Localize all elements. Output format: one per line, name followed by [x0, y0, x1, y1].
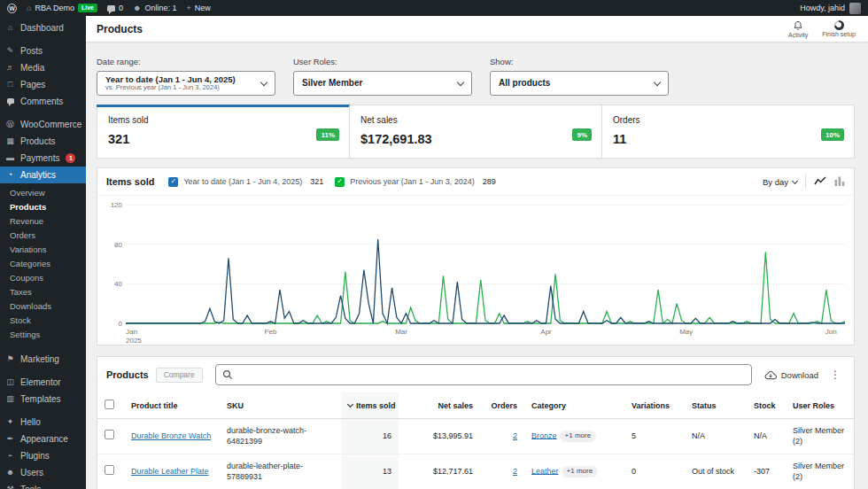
sidebar-item-hello[interactable]: ✦Hello — [0, 414, 86, 431]
sidebar-label: Elementor — [20, 377, 61, 387]
finish-setup-button[interactable]: Finish setup — [822, 20, 856, 38]
col-orders[interactable]: Orders — [480, 392, 524, 419]
show-select[interactable]: All products — [490, 71, 669, 96]
sidebar-item-templates[interactable]: ▥Templates — [0, 391, 86, 408]
bar-chart-toggle[interactable] — [834, 174, 845, 190]
sidebar-item-analytics-variations[interactable]: Variations — [0, 242, 86, 256]
table-search[interactable] — [215, 364, 752, 385]
sidebar-item-dashboard[interactable]: ⌂Dashboard — [0, 19, 86, 36]
col-user-roles[interactable]: User Roles — [786, 392, 854, 419]
sidebar-item-analytics-revenue[interactable]: Revenue — [0, 213, 86, 228]
sidebar-item-plugins[interactable]: ⌁Plugins — [0, 447, 86, 464]
stat-items-sold[interactable]: Items sold 321 11% — [97, 105, 349, 158]
sidebar-label: Comments — [20, 97, 63, 106]
cloud-download-icon — [764, 370, 777, 380]
row-checkbox[interactable] — [105, 465, 114, 475]
col-variations[interactable]: Variations — [624, 392, 685, 419]
woocommerce-icon: Ⓦ — [5, 120, 15, 129]
sidebar-item-woocommerce[interactable]: ⓌWooCommerce — [0, 116, 86, 133]
sidebar-label: Hello — [20, 417, 41, 427]
col-sku[interactable]: SKU — [220, 392, 341, 419]
date-range-select[interactable]: Year to date (Jan 1 - Jun 4, 2025) vs. P… — [97, 71, 275, 96]
sidebar-item-tools[interactable]: ⚒Tools — [0, 481, 86, 489]
stat-net-sales[interactable]: Net sales $172,691.83 9% — [349, 105, 601, 158]
online-users[interactable]: ☻ Online: 1 — [133, 4, 177, 12]
sidebar-item-analytics-taxes[interactable]: Taxes — [0, 284, 86, 299]
col-category[interactable]: Category — [524, 392, 624, 419]
legend-item-previous[interactable]: Previous year (Jan 1 - Jun 3, 2024) 289 — [335, 177, 496, 187]
activity-button[interactable]: Activity — [788, 20, 808, 38]
sidebar-item-analytics-products[interactable]: Products — [0, 199, 86, 213]
chart-plot — [126, 203, 845, 325]
sidebar-item-pages[interactable]: □Pages — [0, 76, 86, 93]
sidebar-item-media[interactable]: ♬Media — [0, 59, 86, 76]
chart-title: Items sold — [106, 176, 154, 187]
stat-value: 11 — [613, 132, 843, 146]
chart-header: Items sold Year to date (Jan 1 - Jun 4, … — [97, 168, 854, 196]
orders-link[interactable]: 2 — [513, 431, 517, 440]
sidebar-item-analytics-overview[interactable]: Overview — [0, 185, 86, 199]
category-link[interactable]: Bronze — [531, 431, 557, 439]
stat-orders[interactable]: Orders 11 10% — [601, 105, 854, 158]
sidebar-label: Products — [20, 136, 55, 146]
download-button[interactable]: Download — [764, 370, 818, 380]
show-label: Show: — [490, 57, 669, 66]
search-input[interactable] — [237, 370, 745, 380]
user-avatar[interactable] — [849, 3, 861, 14]
sidebar-item-appearance[interactable]: ✒Appearance — [0, 431, 86, 447]
sidebar-item-analytics-coupons[interactable]: Coupons — [0, 270, 86, 284]
bar-chart-icon — [834, 176, 845, 186]
sidebar-item-users[interactable]: ☻Users — [0, 464, 86, 481]
products-table: Product title SKU Items sold Net sales O… — [97, 392, 854, 489]
comments-shortcut[interactable]: 0 — [107, 4, 123, 12]
orders-link[interactable]: 2 — [513, 467, 517, 476]
legend-checkbox-current[interactable] — [168, 177, 178, 187]
legend-item-current[interactable]: Year to date (Jan 1 - Jun 4, 2025) 321 — [168, 177, 323, 187]
posts-icon: ✎ — [5, 47, 15, 56]
sidebar-item-analytics-stock[interactable]: Stock — [0, 313, 86, 327]
status-cell: N/A — [685, 419, 747, 454]
col-items-sold-sorted[interactable]: Items sold — [341, 392, 399, 419]
sidebar-item-posts[interactable]: ✎Posts — [0, 43, 86, 59]
new-content-menu[interactable]: + New — [187, 4, 211, 12]
admin-bar: W ⌂ RBA Demo Live 0 ☻ Online: 1 + New Ho… — [0, 0, 868, 16]
legend-checkbox-previous[interactable] — [335, 177, 345, 187]
user-roles-select[interactable]: Silver Member — [293, 71, 472, 96]
col-status[interactable]: Status — [685, 392, 747, 419]
select-all-checkbox[interactable] — [105, 400, 114, 409]
product-title-link[interactable]: Durable Bronze Watch — [131, 431, 211, 440]
sidebar-item-products[interactable]: ▦Products — [0, 133, 86, 150]
col-product-title[interactable]: Product title — [124, 392, 220, 419]
sidebar-item-analytics[interactable]: ◔Analytics — [0, 167, 86, 183]
compare-button[interactable]: Compare — [156, 368, 203, 383]
sidebar-item-analytics-orders[interactable]: Orders — [0, 228, 86, 242]
kebab-menu[interactable]: ⋮ — [825, 369, 845, 381]
category-more-pill[interactable]: +1 more — [562, 466, 599, 477]
col-stock[interactable]: Stock — [747, 392, 786, 419]
wordpress-menu[interactable]: W — [7, 4, 17, 13]
items-sold-cell: 16 — [341, 419, 399, 454]
interval-select[interactable]: By day — [763, 177, 797, 187]
sidebar-label: Analytics — [20, 170, 56, 180]
legend-value: 289 — [483, 177, 496, 186]
sidebar-item-payments[interactable]: ▬Payments1 — [0, 150, 86, 167]
line-chart-toggle[interactable] — [814, 174, 826, 190]
row-checkbox[interactable] — [105, 430, 114, 439]
col-net-sales[interactable]: Net sales — [399, 392, 480, 419]
product-title-link[interactable]: Durable Leather Plate — [131, 467, 209, 476]
products-table-card: Products Compare Download ⋮ Product titl… — [97, 356, 855, 489]
sidebar-item-analytics-settings[interactable]: Settings — [0, 327, 86, 341]
site-name-link[interactable]: ⌂ RBA Demo Live — [27, 4, 97, 12]
category-link[interactable]: Leather — [531, 466, 559, 475]
sidebar-label: Templates — [20, 394, 61, 404]
sidebar-item-elementor[interactable]: ◫Elementor — [0, 374, 86, 391]
sidebar-item-comments[interactable]: Comments — [0, 93, 86, 110]
category-more-pill[interactable]: +1 more — [560, 431, 597, 442]
user-roles-value: Silver Member — [302, 78, 362, 89]
howdy-account-menu[interactable]: Howdy, jahid — [800, 4, 845, 12]
sidebar-item-marketing[interactable]: ⚑Marketing — [0, 351, 86, 368]
sidebar-item-analytics-categories[interactable]: Categories — [0, 256, 86, 270]
plus-icon: + — [187, 4, 191, 12]
sidebar-item-analytics-downloads[interactable]: Downloads — [0, 299, 86, 313]
pages-icon: □ — [5, 81, 15, 89]
